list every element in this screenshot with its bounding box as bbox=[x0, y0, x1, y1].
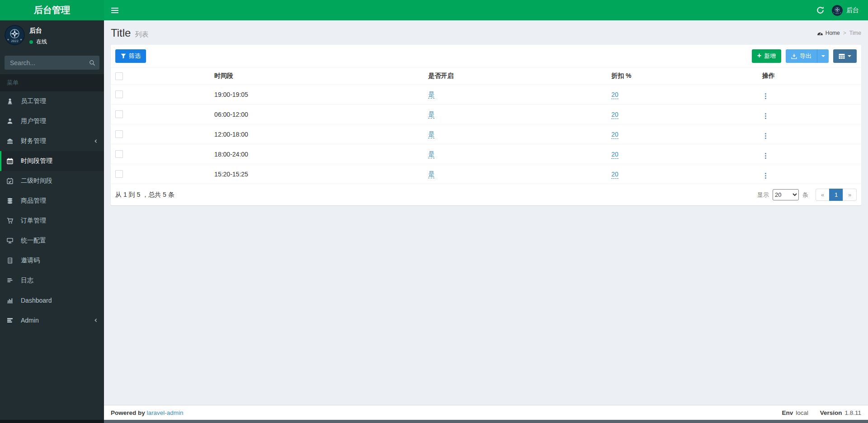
sidebar-item-label: 时间段管理 bbox=[21, 157, 52, 165]
sidebar-item-dashboard[interactable]: Dashboard bbox=[0, 290, 104, 310]
breadcrumb-current: Time bbox=[849, 30, 861, 36]
column-header-actions: 操作 bbox=[758, 68, 861, 85]
table-row: 12:00-18:00 是 20 bbox=[111, 124, 861, 144]
export-button-group: 导出 bbox=[786, 49, 829, 63]
sidebar-user-name: 后台 bbox=[29, 27, 47, 35]
discount-link[interactable]: 20 bbox=[611, 171, 618, 179]
sidebar-search bbox=[5, 56, 99, 70]
chevron-left-icon bbox=[93, 318, 99, 323]
enabled-link[interactable]: 是 bbox=[428, 90, 434, 99]
sidebar-item-logs[interactable]: 日志 bbox=[0, 271, 104, 290]
app-logo[interactable]: 后台管理 bbox=[0, 0, 104, 20]
sidebar-item-label: 用户管理 bbox=[21, 117, 46, 125]
sidebar-item-users[interactable]: 用户管理 bbox=[0, 111, 104, 131]
sidebar-item-label: 财务管理 bbox=[21, 137, 46, 145]
horizontal-scrollbar[interactable] bbox=[0, 420, 868, 423]
cell-time: 15:20-15:25 bbox=[210, 164, 424, 184]
sidebar-item-admin[interactable]: Admin bbox=[0, 310, 104, 330]
enabled-link[interactable]: 是 bbox=[428, 150, 434, 158]
scrollbar-thumb[interactable] bbox=[104, 420, 868, 423]
filter-button[interactable]: 筛选 bbox=[115, 49, 146, 63]
sidebar-item-label: 员工管理 bbox=[21, 97, 46, 105]
enabled-link[interactable]: 是 bbox=[428, 130, 434, 138]
env-label: Env bbox=[782, 409, 793, 416]
caret-down-icon bbox=[821, 55, 825, 57]
invite-code-icon bbox=[7, 257, 17, 264]
row-checkbox[interactable] bbox=[115, 130, 123, 138]
user-status-label: 在线 bbox=[36, 38, 47, 46]
add-button[interactable]: + 新增 bbox=[752, 49, 781, 63]
cart-icon bbox=[7, 218, 17, 224]
per-page-unit-label: 条 bbox=[802, 191, 808, 199]
sidebar-item-orders[interactable]: 订单管理 bbox=[0, 211, 104, 231]
per-page-show-label: 显示 bbox=[757, 191, 769, 199]
breadcrumb-home-link[interactable]: Home bbox=[817, 30, 840, 36]
select-all-checkbox[interactable] bbox=[115, 72, 123, 80]
discount-link[interactable]: 20 bbox=[611, 111, 618, 119]
sidebar-item-time-periods[interactable]: 时间段管理 bbox=[0, 151, 104, 171]
sidebar-item-finance[interactable]: 财务管理 bbox=[0, 131, 104, 151]
row-checkbox[interactable] bbox=[115, 170, 123, 178]
toolbar-right: + 新增 导出 bbox=[752, 49, 857, 63]
version-label: Version bbox=[820, 409, 842, 416]
content-wrapper: Title 列表 Home > Time 筛选 bbox=[104, 20, 868, 405]
records-summary: 从 1 到 5 ，总共 5 条 bbox=[115, 191, 175, 199]
cell-time: 12:00-18:00 bbox=[210, 124, 424, 144]
content-header: Title 列表 Home > Time bbox=[104, 20, 868, 43]
export-dropdown-button[interactable] bbox=[817, 49, 829, 63]
row-checkbox[interactable] bbox=[115, 110, 123, 118]
table-row: 06:00-12:00 是 20 bbox=[111, 105, 861, 124]
discount-link[interactable]: 20 bbox=[611, 91, 618, 99]
enabled-link[interactable]: 是 bbox=[428, 170, 434, 178]
per-page-select[interactable]: 20 bbox=[773, 189, 799, 200]
search-icon bbox=[89, 60, 95, 66]
row-actions-menu-icon[interactable] bbox=[762, 152, 769, 160]
user-avatar bbox=[5, 25, 25, 45]
scrollbar-left-segment bbox=[0, 420, 104, 423]
row-actions-menu-icon[interactable] bbox=[762, 132, 769, 140]
breadcrumb: Home > Time bbox=[817, 30, 861, 36]
sidebar-item-products[interactable]: 商品管理 bbox=[0, 191, 104, 211]
sidebar-item-invite-codes[interactable]: 邀请码 bbox=[0, 251, 104, 271]
column-header-enabled: 是否开启 bbox=[424, 68, 607, 85]
refresh-button[interactable] bbox=[811, 0, 829, 20]
row-actions-menu-icon[interactable] bbox=[762, 112, 769, 120]
table-row: 18:00-24:00 是 20 bbox=[111, 144, 861, 164]
menu-header: 菜单 bbox=[0, 74, 104, 91]
add-button-label: 新增 bbox=[764, 52, 776, 60]
hamburger-icon bbox=[111, 8, 118, 13]
caret-down-icon bbox=[848, 55, 851, 57]
sidebar-toggle-button[interactable] bbox=[104, 0, 126, 20]
cell-time: 06:00-12:00 bbox=[210, 105, 424, 124]
footer-right: Envlocal Version1.8.11 bbox=[782, 409, 861, 416]
plus-icon: + bbox=[757, 52, 761, 59]
navbar-user-menu[interactable]: 后台 bbox=[829, 0, 862, 20]
pagination: « 1 » bbox=[816, 189, 857, 201]
sidebar-item-label: Admin bbox=[21, 317, 39, 324]
sidebar-item-sub-time-periods[interactable]: 二级时间段 bbox=[0, 171, 104, 191]
column-header-time: 时间段 bbox=[210, 68, 424, 85]
discount-link[interactable]: 20 bbox=[611, 151, 618, 159]
pagination-prev-button[interactable]: « bbox=[816, 189, 830, 201]
calendar-check-icon bbox=[7, 178, 17, 184]
row-checkbox[interactable] bbox=[115, 150, 123, 158]
pagination-page-1[interactable]: 1 bbox=[829, 189, 843, 201]
row-checkbox[interactable] bbox=[115, 90, 123, 98]
breadcrumb-separator: > bbox=[843, 30, 846, 36]
sidebar-item-global-config[interactable]: 统一配置 bbox=[0, 231, 104, 251]
page-title: Title 列表 bbox=[111, 27, 148, 39]
pagination-next-button[interactable]: » bbox=[843, 189, 857, 201]
enabled-link[interactable]: 是 bbox=[428, 110, 434, 119]
sidebar-item-staff[interactable]: 员工管理 bbox=[0, 91, 104, 111]
export-button[interactable]: 导出 bbox=[786, 49, 817, 63]
discount-link[interactable]: 20 bbox=[611, 131, 618, 139]
main-footer: Powered by laravel-admin Envlocal Versio… bbox=[104, 405, 868, 420]
row-actions-menu-icon[interactable] bbox=[762, 92, 769, 100]
laravel-admin-link[interactable]: laravel-admin bbox=[147, 409, 184, 416]
column-selector-button[interactable] bbox=[833, 49, 857, 63]
filter-button-label: 筛选 bbox=[129, 52, 141, 60]
search-button[interactable] bbox=[85, 56, 99, 70]
database-icon bbox=[7, 198, 17, 204]
page-title-text: Title bbox=[111, 27, 131, 39]
row-actions-menu-icon[interactable] bbox=[762, 172, 769, 180]
